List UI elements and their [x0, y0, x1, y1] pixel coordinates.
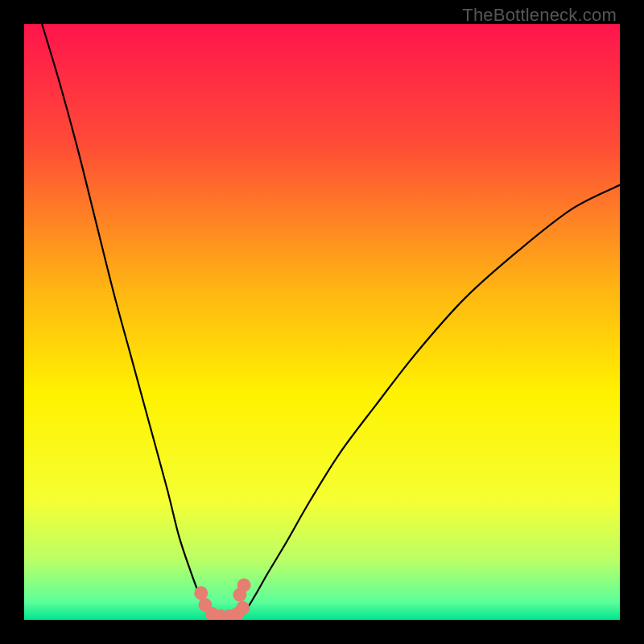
trough-marker-dot	[236, 601, 250, 615]
trough-markers	[194, 579, 250, 620]
curve-left	[42, 24, 210, 617]
plot-area	[24, 24, 620, 620]
curve-right	[242, 185, 620, 617]
trough-marker-dot	[237, 579, 251, 592]
curve-layer	[24, 24, 620, 620]
watermark-text: TheBottleneck.com	[462, 5, 617, 26]
chart-frame: TheBottleneck.com	[0, 0, 644, 644]
trough-marker-dot	[194, 586, 208, 600]
